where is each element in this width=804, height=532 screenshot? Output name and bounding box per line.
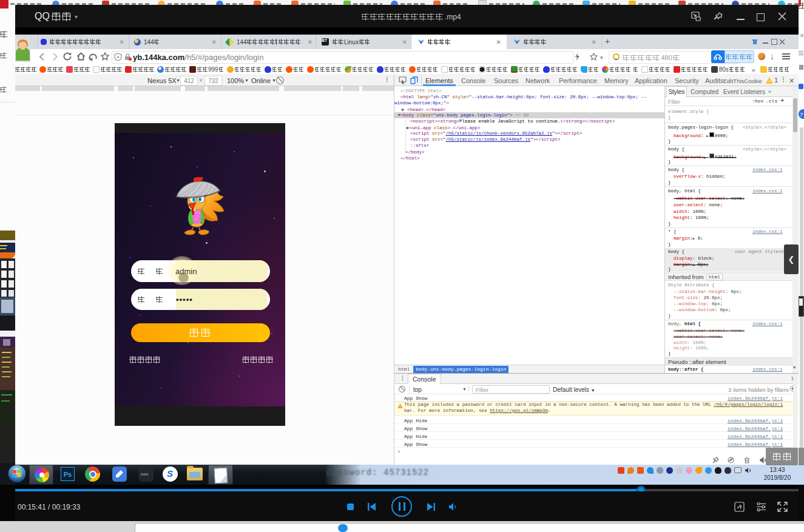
svg-text:!: ! — [769, 78, 770, 84]
svg-text:!: ! — [399, 405, 402, 408]
